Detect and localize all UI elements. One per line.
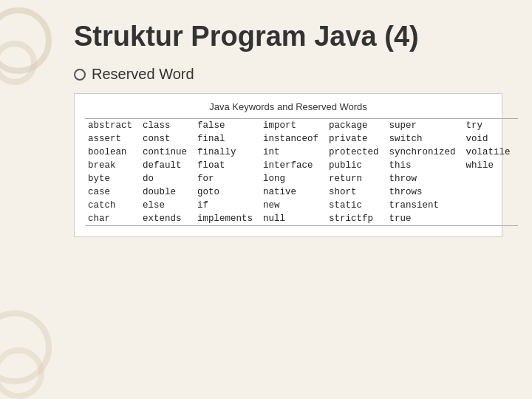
table-row: abstractclassfalseimportpackagesupertry [85, 119, 518, 133]
keyword-cell: strictfp [326, 212, 386, 226]
keyword-cell: const [140, 132, 194, 146]
keyword-cell: null [260, 212, 326, 226]
keyword-cell [463, 172, 518, 185]
keyword-cell: implements [194, 212, 260, 226]
keyword-cell [463, 199, 518, 212]
table-row: bytedoforlongreturnthrow [85, 172, 518, 185]
keyword-cell: class [140, 119, 194, 133]
keyword-cell: byte [85, 172, 140, 185]
keyword-cell: finally [194, 146, 260, 159]
keyword-cell: switch [386, 132, 463, 146]
keyword-cell: break [85, 159, 140, 172]
keyword-cell: super [386, 119, 463, 133]
table-row: booleancontinuefinallyintprotectedsynchr… [85, 146, 518, 159]
keyword-cell: this [386, 159, 463, 172]
table-row: charextendsimplementsnullstrictfptrue [85, 212, 518, 226]
keyword-cell: throw [386, 172, 463, 185]
keyword-cell: volatile [463, 146, 518, 159]
page-title: Struktur Program Java (4) [74, 21, 502, 52]
table-title: Java Keywords and Reserved Words [85, 101, 491, 112]
circle-bottom-outer [0, 310, 52, 384]
keyword-cell: public [326, 159, 386, 172]
keyword-cell: extends [140, 212, 194, 226]
bg-decoration-top [0, 0, 59, 148]
table-row: breakdefaultfloatinterfacepublicthiswhil… [85, 159, 518, 172]
keyword-cell: return [326, 172, 386, 185]
keyword-cell: package [326, 119, 386, 133]
keyword-cell: if [194, 199, 260, 212]
main-content: Struktur Program Java (4) Reserved Word … [59, 0, 532, 399]
keyword-cell: instanceof [260, 132, 326, 146]
keyword-cell: float [194, 159, 260, 172]
keyword-cell: throws [386, 185, 463, 199]
keyword-cell: import [260, 119, 326, 133]
keyword-cell: transient [386, 199, 463, 212]
keyword-cell: boolean [85, 146, 140, 159]
keyword-cell: case [85, 185, 140, 199]
circle-bottom-inner [0, 347, 44, 399]
keyword-cell: protected [326, 146, 386, 159]
keyword-cell: int [260, 146, 326, 159]
keywords-table-wrapper: Java Keywords and Reserved Words abstrac… [74, 93, 502, 237]
keyword-cell: long [260, 172, 326, 185]
keyword-cell: try [463, 119, 518, 133]
keyword-cell: assert [85, 132, 140, 146]
keyword-cell: false [194, 119, 260, 133]
keyword-cell: goto [194, 185, 260, 199]
keyword-cell: do [140, 172, 194, 185]
keyword-cell: void [463, 132, 518, 146]
keywords-table: abstractclassfalseimportpackagesupertrya… [85, 118, 518, 226]
keyword-cell [463, 212, 518, 226]
table-row: catchelseifnewstatictransient [85, 199, 518, 212]
keyword-cell: continue [140, 146, 194, 159]
keyword-cell: for [194, 172, 260, 185]
table-row: assertconstfinalinstanceofprivateswitchv… [85, 132, 518, 146]
keyword-cell: char [85, 212, 140, 226]
keyword-cell: else [140, 199, 194, 212]
keyword-cell: private [326, 132, 386, 146]
keyword-cell: short [326, 185, 386, 199]
keyword-cell: interface [260, 159, 326, 172]
section-heading: Reserved Word [74, 66, 502, 83]
keyword-cell: abstract [85, 119, 140, 133]
section-label: Reserved Word [92, 66, 194, 83]
keyword-cell: native [260, 185, 326, 199]
keyword-cell: static [326, 199, 386, 212]
keyword-cell: final [194, 132, 260, 146]
circle-top-outer [0, 7, 52, 74]
keyword-cell: catch [85, 199, 140, 212]
keyword-cell: default [140, 159, 194, 172]
keyword-cell: synchronized [386, 146, 463, 159]
keyword-cell: double [140, 185, 194, 199]
circle-top-inner [0, 41, 37, 85]
keyword-cell: new [260, 199, 326, 212]
keyword-cell: while [463, 159, 518, 172]
keyword-cell: true [386, 212, 463, 226]
table-row: casedoublegotonativeshortthrows [85, 185, 518, 199]
keyword-cell [463, 185, 518, 199]
